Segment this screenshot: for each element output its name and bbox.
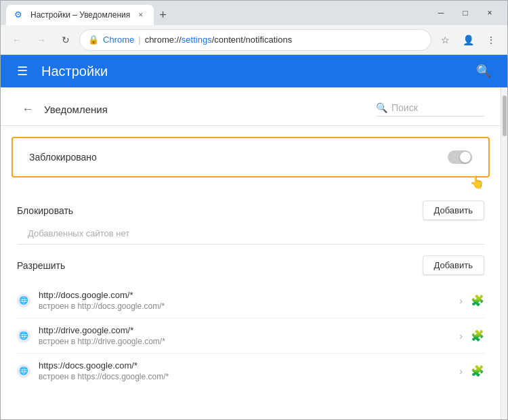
site-icon: 🌐 (17, 364, 30, 378)
block-section-title: Блокировать (17, 205, 73, 216)
list-item[interactable]: 🌐 https://docs.google.com/* встроен в ht… (17, 354, 484, 388)
page-header: ← Уведомления 🔍 (1, 87, 501, 126)
list-item[interactable]: 🌐 http://docs.google.com/* встроен в htt… (17, 283, 484, 318)
page-inner: ← Уведомления 🔍 Заблокировано 👆 (1, 87, 501, 388)
allow-section: Разрешить Добавить 🌐 http://docs.google.… (1, 245, 501, 388)
block-section-header: Блокировать Добавить (17, 201, 484, 220)
tab-close-button[interactable]: × (135, 9, 146, 21)
forward-button[interactable]: → (30, 29, 52, 51)
item-arrow-icon: › (459, 331, 463, 341)
site-info: http://docs.google.com/* встроен в http:… (39, 290, 451, 311)
cursor-hand-icon: 👆 (469, 175, 484, 190)
sites-list: 🌐 http://docs.google.com/* встроен в htt… (17, 283, 484, 388)
block-section: Блокировать Добавить Добавленных сайтов … (1, 190, 501, 238)
allow-section-title: Разрешить (17, 260, 65, 271)
block-add-button[interactable]: Добавить (423, 201, 484, 220)
site-info: https://docs.google.com/* встроен в http… (39, 360, 451, 381)
search-icon-small: 🔍 (376, 102, 387, 113)
title-bar: ⚙ Настройки – Уведомления × + ─ □ × (1, 1, 507, 25)
allow-section-header: Разрешить Добавить (17, 255, 484, 275)
item-puzzle-icon[interactable]: 🧩 (471, 364, 484, 377)
site-icon: 🌐 (17, 329, 30, 343)
address-bar: ← → ↻ 🔒 Chrome | chrome://settings/conte… (1, 25, 507, 55)
back-nav-button[interactable]: ← (17, 98, 39, 120)
site-sub: встроен в https://docs.google.com/* (39, 372, 451, 381)
menu-button[interactable]: ⋮ (480, 29, 502, 51)
app-header: ☰ Настройки 🔍 (1, 55, 507, 87)
window-controls: ─ □ × (429, 1, 502, 25)
close-button[interactable]: × (478, 1, 502, 25)
cursor-indicator: 👆 (1, 175, 501, 190)
new-tab-button[interactable]: + (154, 5, 172, 25)
site-sub: встроен в http://drive.google.com/* (39, 337, 451, 346)
hamburger-icon[interactable]: ☰ (12, 58, 33, 84)
bookmark-button[interactable]: ☆ (434, 29, 456, 51)
main-content: ← Уведомления 🔍 Заблокировано 👆 (1, 87, 501, 419)
search-input[interactable] (391, 102, 473, 113)
allow-add-button[interactable]: Добавить (423, 255, 484, 275)
chrome-label: Chrome (103, 35, 134, 45)
tab-area: ⚙ Настройки – Уведомления × + (6, 1, 429, 25)
tab-title: Настройки – Уведомления (30, 10, 130, 20)
tab-favicon: ⚙ (14, 9, 25, 20)
item-puzzle-icon[interactable]: 🧩 (471, 294, 484, 307)
scrollbar[interactable] (501, 87, 507, 419)
minimize-button[interactable]: ─ (429, 1, 453, 25)
search-icon[interactable]: 🔍 (471, 58, 496, 84)
refresh-button[interactable]: ↻ (55, 29, 77, 51)
site-icon: 🌐 (17, 294, 30, 308)
site-url: http://drive.google.com/* (39, 325, 451, 335)
content-area: ← Уведомления 🔍 Заблокировано 👆 (1, 87, 507, 419)
scrollbar-thumb[interactable] (503, 96, 507, 136)
toggle-switch[interactable] (448, 150, 472, 164)
restore-button[interactable]: □ (453, 1, 478, 25)
address-url: chrome://settings/content/notifications (145, 35, 423, 45)
site-info: http://drive.google.com/* встроен в http… (39, 325, 451, 346)
item-arrow-icon: › (459, 295, 463, 306)
toggle-label: Заблокировано (29, 152, 97, 163)
toggle-row[interactable]: Заблокировано (12, 137, 490, 177)
item-arrow-icon: › (459, 366, 463, 377)
block-empty-text: Добавленных сайтов нет (17, 228, 484, 238)
site-url: https://docs.google.com/* (39, 360, 451, 371)
address-actions: ☆ 👤 ⋮ (434, 29, 502, 51)
site-url: http://docs.google.com/* (39, 290, 451, 300)
item-puzzle-icon[interactable]: 🧩 (471, 329, 484, 342)
list-item[interactable]: 🌐 http://drive.google.com/* встроен в ht… (17, 318, 484, 354)
page-title: Уведомления (44, 104, 371, 115)
site-sub: встроен в http://docs.google.com/* (39, 301, 451, 311)
active-tab[interactable]: ⚙ Настройки – Уведомления × (6, 5, 154, 25)
profile-button[interactable]: 👤 (457, 29, 479, 51)
address-input[interactable]: 🔒 Chrome | chrome://settings/content/not… (79, 29, 431, 51)
search-wrap[interactable]: 🔍 (376, 102, 484, 117)
back-button[interactable]: ← (6, 29, 28, 51)
address-separator: | (138, 35, 140, 45)
lock-icon: 🔒 (88, 35, 99, 45)
app-title: Настройки (41, 64, 463, 79)
